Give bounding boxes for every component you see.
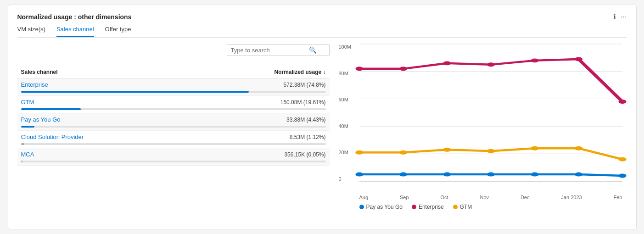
svg-point-25 — [574, 173, 582, 177]
bar-fill — [21, 91, 249, 93]
svg-point-18 — [574, 146, 582, 150]
row-value: 33.88M (4.43%) — [286, 117, 325, 123]
left-panel: 🔍 Sales channel Normalized usage ↓ Enter… — [17, 44, 330, 210]
svg-point-10 — [531, 58, 538, 62]
x-axis-labels: AugSepOctNovDecJan 2023Feb — [359, 195, 622, 200]
x-label: Sep — [400, 195, 409, 200]
bar-container — [21, 108, 326, 110]
main-card: Normalized usage : other dimensions ℹ ··… — [8, 5, 637, 229]
right-panel: 020M40M60M80M100M AugSepOctNovDecJan 202… — [330, 44, 627, 210]
legend-label: Pay as You Go — [366, 204, 403, 210]
svg-point-16 — [487, 149, 494, 153]
bar-container — [21, 91, 326, 93]
svg-point-6 — [355, 67, 363, 71]
y-label: 60M — [339, 97, 352, 102]
table-row[interactable]: GTM150.08M (19.61%) — [17, 96, 330, 113]
table-row[interactable]: Cloud Solution Provider8.53M (1.12%) — [17, 131, 330, 148]
svg-point-23 — [487, 173, 494, 177]
svg-point-11 — [574, 57, 582, 61]
svg-point-8 — [443, 61, 451, 65]
table-row[interactable]: Enterprise572.38M (74.8%) — [17, 78, 330, 96]
svg-point-22 — [443, 173, 451, 177]
card-title: Normalized usage : other dimensions — [17, 13, 132, 21]
x-label: Oct — [440, 195, 448, 200]
svg-point-13 — [355, 150, 363, 155]
legend-dot — [412, 205, 416, 209]
table-header: Sales channel Normalized usage ↓ — [17, 66, 330, 78]
legend-label: GTM — [460, 204, 472, 210]
row-value: 356.15K (0.05%) — [284, 151, 325, 158]
svg-point-20 — [355, 173, 363, 177]
svg-point-19 — [618, 157, 626, 162]
chart-inner — [359, 44, 622, 182]
search-input[interactable] — [231, 47, 309, 54]
legend-item: GTM — [453, 204, 472, 210]
bar-fill — [21, 108, 81, 110]
bar-fill — [21, 143, 24, 145]
legend-dot — [359, 205, 364, 209]
row-value: 150.08M (19.61%) — [280, 99, 326, 106]
x-label: Dec — [521, 195, 530, 200]
svg-point-14 — [399, 150, 407, 155]
svg-point-21 — [399, 173, 407, 177]
bar-container — [21, 161, 326, 162]
tab-offer-type[interactable]: Offer type — [105, 26, 131, 37]
row-label: MCA — [21, 151, 34, 158]
tabs: VM size(s)Sales channelOffer type — [17, 26, 627, 38]
info-button[interactable]: ℹ — [613, 12, 616, 21]
bar-fill — [21, 126, 34, 128]
row-label: Pay as You Go — [21, 116, 61, 123]
bar-fill — [21, 161, 22, 162]
row-label: Enterprise — [21, 81, 48, 88]
chart-area: 020M40M60M80M100M AugSepOctNovDecJan 202… — [339, 44, 627, 200]
svg-point-9 — [487, 62, 494, 67]
table-body: Enterprise572.38M (74.8%)GTM150.08M (19.… — [17, 78, 330, 166]
row-value: 572.38M (74.8%) — [283, 82, 325, 88]
y-label: 80M — [339, 71, 352, 76]
x-label: Aug — [359, 195, 369, 200]
table-row[interactable]: MCA356.15K (0.05%) — [17, 148, 330, 166]
svg-point-12 — [618, 100, 626, 104]
legend-item: Pay as You Go — [359, 204, 403, 210]
chart-legend: Pay as You GoEnterpriseGTM — [339, 204, 627, 210]
main-content: 🔍 Sales channel Normalized usage ↓ Enter… — [17, 44, 627, 210]
tab-vm-size(s)[interactable]: VM size(s) — [17, 26, 45, 37]
svg-point-17 — [531, 146, 538, 150]
x-label: Feb — [614, 195, 622, 200]
chart-svg — [359, 44, 622, 181]
row-value: 8.53M (1.12%) — [290, 134, 326, 140]
bar-container — [21, 143, 326, 145]
tab-sales-channel[interactable]: Sales channel — [56, 26, 94, 37]
card-icons: ℹ ··· — [613, 12, 627, 21]
search-bar[interactable]: 🔍 — [227, 44, 330, 56]
y-label: 0 — [339, 176, 352, 182]
row-label: GTM — [21, 99, 34, 106]
x-label: Jan 2023 — [561, 195, 582, 200]
y-label: 40M — [339, 123, 352, 129]
svg-point-24 — [531, 173, 538, 177]
col2-header: Normalized usage ↓ — [274, 69, 325, 75]
more-button[interactable]: ··· — [621, 13, 627, 21]
x-label: Nov — [480, 195, 489, 200]
legend-dot — [453, 205, 458, 209]
y-axis-labels: 020M40M60M80M100M — [339, 44, 352, 182]
search-icon: 🔍 — [309, 46, 317, 54]
table-row[interactable]: Pay as You Go33.88M (4.43%) — [17, 113, 330, 131]
y-label: 100M — [339, 44, 352, 50]
svg-point-7 — [399, 67, 407, 71]
card-header: Normalized usage : other dimensions ℹ ··… — [17, 12, 627, 21]
svg-point-15 — [443, 148, 451, 152]
bar-container — [21, 126, 326, 128]
y-label: 20M — [339, 150, 352, 155]
legend-item: Enterprise — [412, 204, 444, 210]
col1-header: Sales channel — [21, 69, 58, 75]
legend-label: Enterprise — [419, 204, 444, 210]
svg-point-26 — [618, 174, 626, 178]
row-label: Cloud Solution Provider — [21, 134, 84, 140]
